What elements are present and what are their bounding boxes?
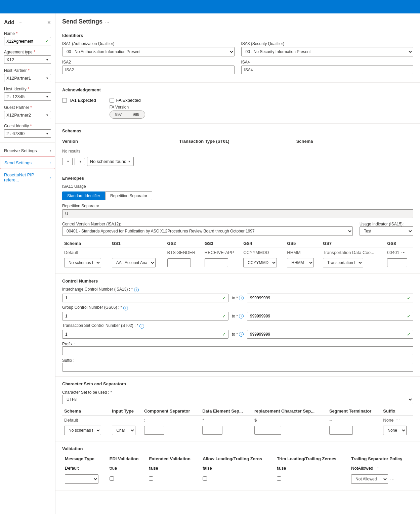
guest-partner-select[interactable]: X12Partner2 ▼: [4, 111, 51, 119]
cs-suffix-select[interactable]: None: [383, 426, 407, 435]
env-gs5-select[interactable]: HHMM: [287, 258, 314, 267]
env-gs2-input[interactable]: [167, 258, 191, 267]
fa-version-999-btn[interactable]: 999: [127, 111, 145, 118]
name-input-wrapper[interactable]: ✓: [4, 37, 51, 45]
schemas-version-dropdown[interactable]: ▼: [62, 158, 73, 165]
val-allow-leading-checkbox[interactable]: [203, 476, 207, 481]
standard-identifier-tab[interactable]: Standard Identifier: [62, 191, 105, 200]
usage-indicator-group: Usage Indicator (ISA15): Test: [360, 221, 413, 236]
sidebar-item-send-settings[interactable]: Send Settings ›: [0, 157, 55, 169]
fa-version-997-btn[interactable]: 997: [110, 111, 127, 118]
cs-data-element-sep-input[interactable]: [202, 426, 222, 435]
control-version-select[interactable]: 00401 - Standards Approved for Publicati…: [62, 226, 353, 236]
suffix-input[interactable]: [62, 363, 413, 372]
isa13-info-icon[interactable]: i: [134, 288, 139, 292]
cs-input-type-cell: Char: [110, 424, 142, 436]
cs-suffix-cell: None: [381, 424, 413, 436]
host-identity-value: 2 : 12345: [6, 94, 25, 99]
env-gs4-select[interactable]: CCYYMMDD: [243, 258, 277, 267]
isa3-select[interactable]: 00 - No Security Information Present: [241, 47, 414, 56]
val-trailing-sep-dots-btn[interactable]: ···: [389, 476, 395, 482]
host-identity-select[interactable]: 2 : 12345 ▼: [4, 92, 51, 101]
host-partner-value: X12Partner1: [6, 76, 31, 81]
cs-default-input-type: [110, 416, 142, 425]
isa1-select[interactable]: 00 - No Authorization Information Presen…: [62, 47, 235, 56]
env-gs1-select[interactable]: AA - Account Anal...: [112, 258, 156, 267]
host-partner-select[interactable]: X12Partner1 ▼: [4, 74, 51, 82]
env-default-gs3: RECEIVE-APP: [203, 248, 241, 257]
cs-replacement-char-sep-input[interactable]: [254, 426, 281, 435]
prefix-label: Prefix :: [62, 342, 75, 346]
isa4-input[interactable]: [241, 66, 414, 74]
agreement-type-label: Agreement type *: [4, 49, 51, 54]
val-edi-validation-checkbox[interactable]: [110, 476, 114, 481]
env-input-gs7-cell: Transportation Da...: [321, 257, 385, 269]
repetition-separator-tab[interactable]: Repetition Separator: [105, 191, 152, 200]
cs-default-dots-btn[interactable]: ···: [395, 417, 401, 423]
env-input-gs8-cell: [385, 257, 413, 269]
isa13-to-info-icon[interactable]: i: [239, 296, 244, 300]
top-bar: [0, 0, 420, 13]
st02-info-icon[interactable]: i: [139, 324, 144, 329]
env-input-gs2-cell: [165, 257, 203, 269]
char-set-select[interactable]: UTF8: [62, 395, 413, 404]
cs-default-segment-terminator: ~: [327, 416, 381, 425]
env-input-gs1-cell: AA - Account Anal...: [110, 257, 165, 269]
isa13-input-wrapper: ✓: [62, 294, 228, 302]
usage-indicator-select[interactable]: Test: [360, 226, 413, 236]
isa13-input[interactable]: [62, 294, 228, 302]
st02-to-wrapper: ✓: [247, 330, 413, 339]
gs06-input[interactable]: [62, 312, 228, 320]
val-extended-validation-checkbox[interactable]: [149, 476, 153, 481]
cs-input-type-select[interactable]: Char: [112, 426, 135, 435]
schemas-title: Schemas: [62, 128, 413, 133]
isa13-label: Interchange Control Number (ISA13) : *: [62, 287, 133, 292]
gs06-to-input[interactable]: [247, 312, 413, 320]
cs-input-row: No schemas found Char: [62, 424, 413, 436]
ta1-expected-checkbox[interactable]: [62, 98, 67, 103]
cs-component-sep-input[interactable]: [144, 426, 164, 435]
st02-to-input[interactable]: [247, 330, 413, 339]
gs06-info-icon[interactable]: i: [123, 306, 128, 310]
isa2-label: ISA2: [62, 60, 235, 65]
name-input[interactable]: [6, 39, 45, 44]
isa13-to-wrapper: ✓: [247, 294, 413, 302]
prefix-input[interactable]: [62, 346, 413, 355]
receive-settings-label: Receive Settings: [4, 148, 37, 153]
schemas-schema-dropdown[interactable]: No schemas found ▼: [87, 157, 134, 166]
val-message-type-select[interactable]: [65, 474, 98, 484]
cs-segment-terminator-input[interactable]: [329, 426, 353, 435]
schemas-transaction-dropdown[interactable]: ▼: [75, 158, 85, 165]
env-gs3-input[interactable]: [205, 258, 228, 267]
env-gs8-input[interactable]: [387, 258, 407, 267]
env-default-dots-btn[interactable]: ···: [401, 249, 406, 255]
val-trailing-sep-select[interactable]: Not Allowed Optional Mandatory: [351, 474, 388, 484]
guest-partner-label: Guest Partner *: [4, 105, 51, 110]
st02-input[interactable]: [62, 330, 228, 339]
repetition-separator-input[interactable]: [62, 209, 413, 218]
isa4-label: ISA4: [241, 60, 414, 65]
gs06-to-label: to * i: [232, 314, 244, 318]
char-set-row: Character Set to be used : * UTF8: [62, 390, 413, 404]
fa-expected-checkbox[interactable]: [110, 98, 114, 103]
agreement-type-select[interactable]: X12 ▼: [4, 55, 51, 64]
isa13-to-input[interactable]: [247, 294, 413, 302]
st02-to-info-icon[interactable]: i: [239, 332, 244, 337]
env-schema-select[interactable]: No schemas found: [64, 258, 101, 267]
guest-identity-select[interactable]: 2 : 67890 ▼: [4, 129, 51, 138]
isa13-to-label: to * i: [232, 296, 244, 300]
guest-partner-value: X12Partner2: [6, 113, 31, 118]
cs-schema-select[interactable]: No schemas found: [64, 426, 101, 435]
val-col-extended-validation: Extended Validation: [146, 455, 200, 463]
sidebar-item-rosettanet[interactable]: RosettaNet PIP refere... ›: [0, 169, 55, 186]
isa2-input[interactable]: [62, 66, 235, 74]
env-gs7-select[interactable]: Transportation Da...: [323, 258, 363, 267]
sidebar-item-receive-settings[interactable]: Receive Settings ›: [0, 145, 55, 157]
control-version-row: Control Version Number (ISA12): 00401 - …: [62, 221, 413, 236]
repetition-separator-field: Repetition Separator: [62, 204, 413, 218]
character-sets-section: Character Sets and Separators Character …: [55, 377, 420, 441]
close-button[interactable]: ✕: [47, 20, 51, 25]
val-trim-leading-checkbox[interactable]: [277, 476, 281, 481]
gs06-to-info-icon[interactable]: i: [239, 314, 244, 318]
val-default-dots-btn[interactable]: ···: [374, 465, 380, 471]
